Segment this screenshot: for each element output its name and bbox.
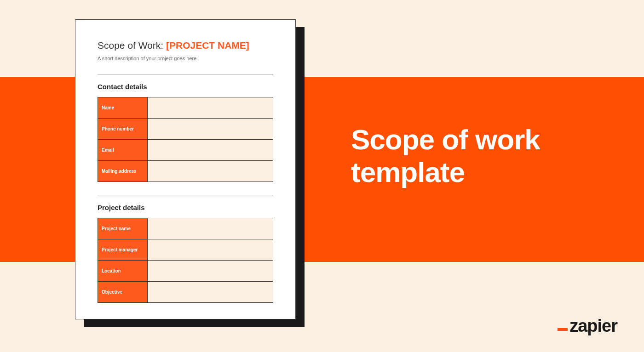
row-value — [148, 282, 273, 303]
brand-wordmark: zapier — [569, 317, 617, 335]
row-value — [148, 239, 273, 261]
table-row: Location — [98, 261, 273, 282]
row-value — [148, 97, 273, 119]
row-value — [148, 161, 273, 182]
table-row: Project manager — [98, 239, 273, 261]
divider — [98, 195, 273, 195]
table-row: Email — [98, 140, 273, 161]
divider — [98, 74, 273, 74]
row-label: Mailing address — [98, 161, 148, 182]
brand-logo: zapier — [558, 317, 617, 335]
row-label: Name — [98, 97, 148, 119]
document-subtitle: A short description of your project goes… — [98, 56, 273, 61]
row-value — [148, 119, 273, 140]
logo-underscore-icon — [558, 328, 568, 331]
project-details-table: Project name Project manager Location Ob… — [98, 218, 273, 303]
table-row: Objective — [98, 282, 273, 303]
document-title-prefix: Scope of Work: — [98, 40, 166, 51]
row-label: Phone number — [98, 119, 148, 140]
row-value — [148, 140, 273, 161]
table-row: Name — [98, 97, 273, 119]
document-title: Scope of Work: [PROJECT NAME] — [98, 40, 273, 51]
headline-text: Scope of work template — [351, 123, 644, 189]
document-title-placeholder: [PROJECT NAME] — [166, 40, 249, 51]
contact-details-table: Name Phone number Email Mailing address — [98, 97, 273, 182]
document-preview: Scope of Work: [PROJECT NAME] A short de… — [75, 19, 296, 319]
table-row: Mailing address — [98, 161, 273, 182]
row-value — [148, 218, 273, 239]
row-label: Email — [98, 140, 148, 161]
section-heading-project: Project details — [98, 204, 273, 211]
row-value — [148, 261, 273, 282]
promo-canvas: Scope of Work: [PROJECT NAME] A short de… — [0, 0, 644, 352]
section-heading-contact: Contact details — [98, 83, 273, 91]
row-label: Project manager — [98, 239, 148, 261]
table-row: Phone number — [98, 119, 273, 140]
row-label: Objective — [98, 282, 148, 303]
row-label: Location — [98, 261, 148, 282]
row-label: Project name — [98, 218, 148, 239]
table-row: Project name — [98, 218, 273, 239]
